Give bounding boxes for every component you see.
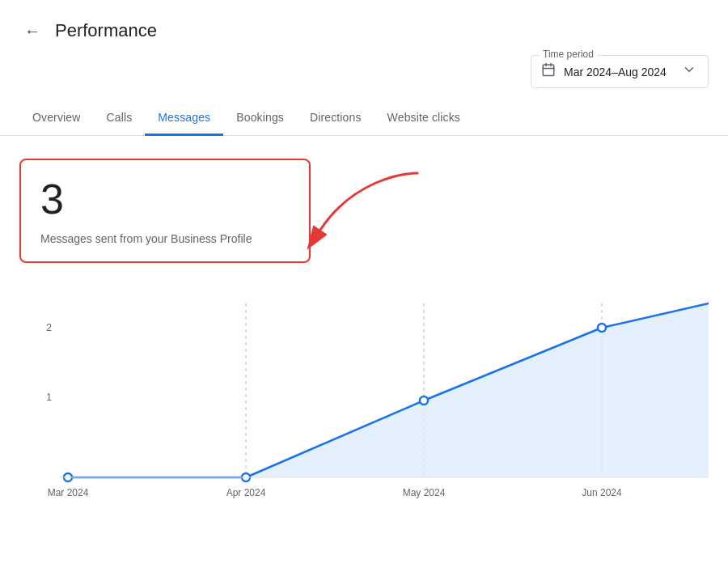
data-point-jun bbox=[598, 324, 606, 332]
x-label-mar: Mar 2024 bbox=[48, 487, 89, 498]
y-label-1: 1 bbox=[46, 392, 52, 403]
chart-fill-area bbox=[68, 303, 709, 477]
stats-number: 3 bbox=[40, 176, 290, 223]
annotation-arrow bbox=[304, 165, 442, 270]
data-point-may bbox=[420, 396, 428, 405]
page-title: Performance bbox=[55, 20, 157, 41]
dropdown-arrow-icon bbox=[682, 62, 696, 81]
tab-messages[interactable]: Messages bbox=[145, 101, 223, 136]
stats-label: Messages sent from your Business Profile bbox=[40, 232, 290, 245]
tab-bookings[interactable]: Bookings bbox=[223, 101, 297, 136]
x-label-apr: Apr 2024 bbox=[226, 487, 266, 498]
time-period-label: Time period bbox=[540, 49, 597, 60]
stats-card: 3 Messages sent from your Business Profi… bbox=[19, 159, 311, 263]
chart-container: 2 1 Mar 2024 Apr 2024 May 2024 bbox=[19, 287, 709, 514]
y-label-2: 2 bbox=[46, 322, 52, 333]
x-label-jun: Jun 2024 bbox=[582, 487, 622, 498]
time-period-selector[interactable]: Time period Mar 2024–Aug 2024 bbox=[531, 55, 709, 88]
chart-svg: 2 1 Mar 2024 Apr 2024 May 2024 bbox=[19, 287, 709, 514]
time-period-wrapper: Time period Mar 2024–Aug 2024 bbox=[0, 55, 728, 101]
tab-website-clicks[interactable]: Website clicks bbox=[375, 101, 473, 136]
tab-directions[interactable]: Directions bbox=[297, 101, 375, 136]
tabs-bar: Overview Calls Messages Bookings Directi… bbox=[0, 101, 728, 136]
tab-calls[interactable]: Calls bbox=[93, 101, 145, 136]
back-button[interactable]: ← bbox=[16, 15, 49, 47]
calendar-icon bbox=[541, 62, 556, 81]
tab-overview[interactable]: Overview bbox=[19, 101, 93, 136]
main-content: 3 Messages sent from your Business Profi… bbox=[0, 136, 728, 514]
back-arrow-icon: ← bbox=[24, 22, 40, 40]
x-label-may: May 2024 bbox=[403, 487, 446, 498]
header: ← Performance bbox=[0, 0, 728, 55]
svg-rect-0 bbox=[543, 65, 554, 76]
time-period-value: Mar 2024–Aug 2024 bbox=[564, 66, 674, 78]
